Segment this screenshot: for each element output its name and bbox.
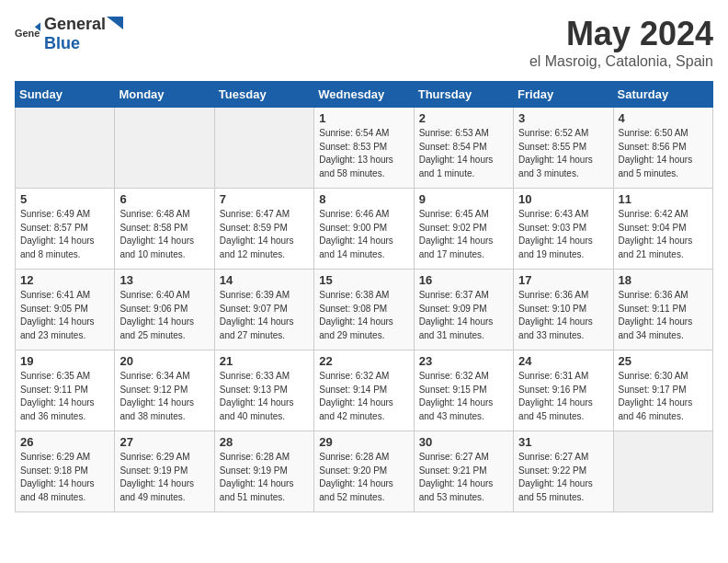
calendar-cell: 17Sunrise: 6:36 AMSunset: 9:10 PMDayligh… [514, 270, 613, 350]
day-number: 2 [419, 111, 508, 125]
day-number: 7 [220, 192, 309, 206]
day-info: Sunrise: 6:47 AMSunset: 8:59 PMDaylight:… [220, 208, 309, 261]
calendar-cell: 20Sunrise: 6:34 AMSunset: 9:12 PMDayligh… [115, 350, 214, 431]
day-info: Sunrise: 6:46 AMSunset: 9:00 PMDaylight:… [319, 208, 408, 261]
logo-blue-text: Blue [44, 34, 123, 53]
day-info: Sunrise: 6:52 AMSunset: 8:55 PMDaylight:… [518, 127, 608, 180]
day-info: Sunrise: 6:33 AMSunset: 9:13 PMDaylight:… [220, 370, 309, 423]
day-number: 28 [220, 435, 309, 449]
day-info: Sunrise: 6:34 AMSunset: 9:12 PMDaylight:… [119, 370, 209, 423]
day-number: 9 [419, 192, 508, 206]
day-number: 3 [518, 111, 608, 125]
day-number: 5 [20, 192, 109, 206]
day-of-week-header: Thursday [414, 82, 513, 108]
calendar-cell: 1Sunrise: 6:54 AMSunset: 8:53 PMDaylight… [314, 108, 414, 189]
day-number: 27 [119, 435, 209, 449]
day-number: 18 [619, 273, 708, 287]
calendar-cell: 11Sunrise: 6:42 AMSunset: 9:04 PMDayligh… [613, 189, 712, 270]
day-info: Sunrise: 6:35 AMSunset: 9:11 PMDaylight:… [20, 370, 109, 423]
calendar-cell: 29Sunrise: 6:28 AMSunset: 9:20 PMDayligh… [314, 431, 414, 512]
calendar-cell: 5Sunrise: 6:49 AMSunset: 8:57 PMDaylight… [16, 189, 115, 270]
day-number: 14 [220, 273, 309, 287]
day-number: 24 [518, 354, 608, 368]
calendar-cell: 28Sunrise: 6:28 AMSunset: 9:19 PMDayligh… [214, 431, 313, 512]
calendar-cell: 22Sunrise: 6:32 AMSunset: 9:14 PMDayligh… [314, 350, 414, 431]
day-number: 11 [619, 192, 708, 206]
day-number: 8 [319, 192, 408, 206]
calendar-week-row: 19Sunrise: 6:35 AMSunset: 9:11 PMDayligh… [16, 350, 713, 431]
day-number: 21 [220, 354, 309, 368]
day-info: Sunrise: 6:42 AMSunset: 9:04 PMDaylight:… [619, 208, 708, 261]
day-info: Sunrise: 6:36 AMSunset: 9:10 PMDaylight:… [518, 289, 608, 342]
calendar-cell: 7Sunrise: 6:47 AMSunset: 8:59 PMDaylight… [214, 189, 313, 270]
day-of-week-header: Sunday [16, 82, 115, 108]
calendar-week-row: 26Sunrise: 6:29 AMSunset: 9:18 PMDayligh… [16, 431, 713, 512]
calendar-cell [16, 108, 115, 189]
calendar-cell: 18Sunrise: 6:36 AMSunset: 9:11 PMDayligh… [613, 270, 712, 350]
calendar-cell: 3Sunrise: 6:52 AMSunset: 8:55 PMDaylight… [514, 108, 613, 189]
month-year-title: May 2024 [529, 15, 713, 53]
day-info: Sunrise: 6:40 AMSunset: 9:06 PMDaylight:… [119, 289, 209, 342]
day-info: Sunrise: 6:30 AMSunset: 9:17 PMDaylight:… [619, 370, 708, 423]
calendar-cell: 2Sunrise: 6:53 AMSunset: 8:54 PMDaylight… [414, 108, 513, 189]
svg-marker-2 [107, 17, 123, 29]
day-of-week-header: Wednesday [314, 82, 414, 108]
day-number: 17 [518, 273, 608, 287]
day-info: Sunrise: 6:54 AMSunset: 8:53 PMDaylight:… [319, 127, 408, 180]
day-number: 6 [119, 192, 209, 206]
logo-arrow-icon [107, 17, 123, 29]
day-number: 13 [119, 273, 209, 287]
calendar-week-row: 5Sunrise: 6:49 AMSunset: 8:57 PMDaylight… [16, 189, 713, 270]
calendar-cell: 24Sunrise: 6:31 AMSunset: 9:16 PMDayligh… [514, 350, 613, 431]
calendar-cell [115, 108, 214, 189]
day-info: Sunrise: 6:32 AMSunset: 9:15 PMDaylight:… [419, 370, 508, 423]
day-number: 31 [518, 435, 608, 449]
calendar-cell: 21Sunrise: 6:33 AMSunset: 9:13 PMDayligh… [214, 350, 313, 431]
day-info: Sunrise: 6:31 AMSunset: 9:16 PMDaylight:… [518, 370, 608, 423]
day-info: Sunrise: 6:28 AMSunset: 9:19 PMDaylight:… [220, 451, 309, 504]
calendar-cell: 8Sunrise: 6:46 AMSunset: 9:00 PMDaylight… [314, 189, 414, 270]
day-info: Sunrise: 6:37 AMSunset: 9:09 PMDaylight:… [419, 289, 508, 342]
day-info: Sunrise: 6:49 AMSunset: 8:57 PMDaylight:… [20, 208, 109, 261]
svg-text:General: General [15, 28, 40, 39]
calendar-week-row: 12Sunrise: 6:41 AMSunset: 9:05 PMDayligh… [16, 270, 713, 350]
day-info: Sunrise: 6:27 AMSunset: 9:22 PMDaylight:… [518, 451, 608, 504]
day-info: Sunrise: 6:38 AMSunset: 9:08 PMDaylight:… [319, 289, 408, 342]
logo: General General Blue [15, 15, 123, 53]
header: General General Blue May 2024 el Masroig… [15, 15, 713, 70]
day-info: Sunrise: 6:50 AMSunset: 8:56 PMDaylight:… [619, 127, 708, 180]
day-of-week-header: Tuesday [214, 82, 313, 108]
day-number: 25 [619, 354, 708, 368]
calendar-cell [613, 431, 712, 512]
day-of-week-header: Monday [115, 82, 214, 108]
day-info: Sunrise: 6:29 AMSunset: 9:18 PMDaylight:… [20, 451, 109, 504]
day-info: Sunrise: 6:45 AMSunset: 9:02 PMDaylight:… [419, 208, 508, 261]
calendar-header-row: SundayMondayTuesdayWednesdayThursdayFrid… [16, 82, 713, 108]
day-info: Sunrise: 6:53 AMSunset: 8:54 PMDaylight:… [419, 127, 508, 180]
calendar-cell: 19Sunrise: 6:35 AMSunset: 9:11 PMDayligh… [16, 350, 115, 431]
calendar-table: SundayMondayTuesdayWednesdayThursdayFrid… [15, 81, 713, 512]
title-area: May 2024 el Masroig, Catalonia, Spain [529, 15, 713, 70]
day-number: 4 [619, 111, 708, 125]
day-info: Sunrise: 6:41 AMSunset: 9:05 PMDaylight:… [20, 289, 109, 342]
calendar-cell: 13Sunrise: 6:40 AMSunset: 9:06 PMDayligh… [115, 270, 214, 350]
day-info: Sunrise: 6:32 AMSunset: 9:14 PMDaylight:… [319, 370, 408, 423]
day-number: 23 [419, 354, 508, 368]
day-info: Sunrise: 6:29 AMSunset: 9:19 PMDaylight:… [119, 451, 209, 504]
calendar-cell: 26Sunrise: 6:29 AMSunset: 9:18 PMDayligh… [16, 431, 115, 512]
calendar-cell: 27Sunrise: 6:29 AMSunset: 9:19 PMDayligh… [115, 431, 214, 512]
day-info: Sunrise: 6:28 AMSunset: 9:20 PMDaylight:… [319, 451, 408, 504]
day-number: 15 [319, 273, 408, 287]
day-of-week-header: Saturday [613, 82, 712, 108]
logo-general-text: General [44, 15, 106, 34]
day-info: Sunrise: 6:36 AMSunset: 9:11 PMDaylight:… [619, 289, 708, 342]
day-number: 26 [20, 435, 109, 449]
day-number: 16 [419, 273, 508, 287]
day-of-week-header: Friday [514, 82, 613, 108]
calendar-week-row: 1Sunrise: 6:54 AMSunset: 8:53 PMDaylight… [16, 108, 713, 189]
day-number: 29 [319, 435, 408, 449]
calendar-cell: 6Sunrise: 6:48 AMSunset: 8:58 PMDaylight… [115, 189, 214, 270]
calendar-cell: 16Sunrise: 6:37 AMSunset: 9:09 PMDayligh… [414, 270, 513, 350]
location-subtitle: el Masroig, Catalonia, Spain [529, 53, 713, 70]
calendar-cell: 14Sunrise: 6:39 AMSunset: 9:07 PMDayligh… [214, 270, 313, 350]
